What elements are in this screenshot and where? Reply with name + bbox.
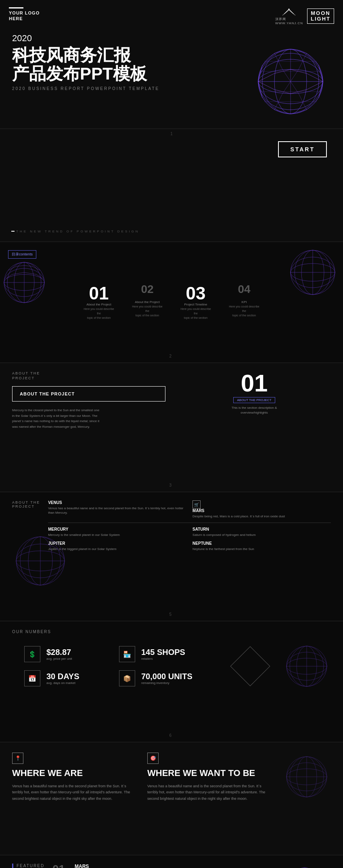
projects-list: 01 MARS Despite being red, Mars is a col…: [52, 864, 270, 868]
content-num-1: 01: [89, 284, 109, 302]
cover-subtitle: 2020 BUSINESS REPORT POWERPOINT TEMPLATE: [12, 86, 331, 91]
slide-where: 📍 WHERE WE ARE Venus has a beautiful nam…: [0, 743, 343, 855]
yanyi-brand-text: 演界网 WWW.YANJ.CN: [275, 17, 303, 25]
number-shops: 🏪 145 SHOPS retailers: [119, 646, 206, 662]
logo-area: YOUR LOGO HERE: [9, 7, 40, 22]
days-icon: 📅: [24, 670, 40, 686]
project-item-1: 01 MARS Despite being red, Mars is a col…: [52, 864, 270, 868]
cover-content: 2020 科技风商务汇报产品发布PPT模板 2020 BUSINESS REPO…: [0, 25, 343, 91]
content-label-3: Project TimelineHere you could describe …: [180, 302, 212, 320]
price-info: $28.87 avg. price per unit: [46, 648, 72, 661]
slide-cover: YOUR LOGO HERE 演界网 WWW.YANJ.CN MOON LIGH…: [0, 0, 343, 129]
shops-info: 145 SHOPS retailers: [141, 648, 185, 661]
mars-icon: 🛒: [192, 500, 201, 508]
planets-about-label: ABOUT THE PROJECT: [12, 500, 40, 508]
price-icon: 💲: [24, 646, 40, 662]
cover-year: 2020: [12, 33, 331, 44]
slide-num-3: 2: [169, 354, 172, 358]
where-desc1: Venus has a beautiful name and is the se…: [12, 783, 133, 802]
content-item-4: 04 KPIHere you could describe thetopic o…: [228, 287, 260, 318]
where-icon2: 🎯: [147, 753, 159, 764]
content-item-1: 01 About the ProjectHere you could descr…: [83, 284, 115, 320]
content-label-1: About the ProjectHere you could describe…: [83, 302, 115, 320]
diamond-shape: [230, 646, 270, 686]
about-tag-desc: This is the section description & overvi…: [222, 406, 287, 415]
where-body: 📍 WHERE WE ARE Venus has a beautiful nam…: [0, 743, 343, 812]
slide-num-5: 5: [169, 612, 172, 617]
contents-tag: 目录contents: [8, 250, 36, 259]
number-units: 📦 70,000 UNITS remaining inventory: [119, 670, 206, 686]
logo-bar: [9, 7, 23, 8]
where-sphere: [282, 753, 331, 801]
numbers-header: OUR NUMBERS: [0, 621, 343, 638]
planets-header: ABOUT THE PROJECT VENUS Venus has a beau…: [0, 492, 343, 556]
mercury-item: MERCURY Mercury is the smallest planet i…: [48, 527, 186, 537]
jupiter-item: JUPITER Jupiter is the biggest planet in…: [48, 541, 186, 551]
days-info: 30 DAYS avg. days on market: [46, 672, 79, 685]
contents-grid: 01 About the ProjectHere you could descr…: [0, 242, 343, 362]
content-item-3: 03 Project TimelineHere you could descri…: [180, 284, 212, 320]
about-title-word: PROJECT: [12, 376, 165, 380]
units-info: 70,000 UNITS remaining inventory: [141, 672, 192, 685]
logo-text: YOUR LOGO HERE: [9, 10, 40, 22]
about-tag: ABOUT THE PROJECT: [233, 397, 275, 403]
number-price: 💲 $28.87 avg. price per unit: [24, 646, 111, 662]
slide-featured: FEATUREDPROJECTS 01 MARS Despite being r…: [0, 855, 343, 868]
about-left: ABOUT THE PROJECT ABOUT THE PROJECT Merc…: [12, 371, 165, 429]
project-info-1: MARS Despite being red, Mars is a cold p…: [75, 864, 155, 868]
brand-right: 演界网 WWW.YANJ.CN MOON LIGHT: [275, 7, 334, 25]
about-text: Mercury is the closest planet to the Sun…: [12, 408, 165, 429]
diamond-decoration: [230, 646, 270, 686]
yanyi-icon: [281, 7, 297, 17]
content-item-2: 02 About the ProjectHere you could descr…: [131, 287, 163, 318]
svg-point-0: [289, 8, 290, 10]
where-left: 📍 WHERE WE ARE Venus has a beautiful nam…: [12, 753, 135, 802]
neptune-item: NEPTUNE Neptune is the farthest planet f…: [192, 541, 331, 551]
featured-sphere: [278, 864, 331, 868]
about-right: 01 ABOUT THE PROJECT This is the section…: [178, 371, 331, 429]
about-desc: Mercury is the closest planet to the Sun…: [12, 408, 101, 429]
planets-row1: VENUS Venus has a beautiful name and is …: [48, 500, 331, 519]
planets-row2: MERCURY Mercury is the smallest planet i…: [48, 527, 331, 537]
numbers-left: 💲 $28.87 avg. price per unit 🏪 145 SHOPS…: [12, 642, 218, 690]
trend-line: [11, 231, 15, 232]
slide-num-6: 6: [169, 733, 172, 738]
featured-right: 01 MARS Despite being red, Mars is a col…: [52, 864, 270, 868]
numbers-sphere: [282, 642, 331, 690]
planets-row3: JUPITER Jupiter is the biggest planet in…: [48, 541, 331, 551]
where-right: 🎯 WHERE WE WANT TO BE Venus has a beauti…: [147, 753, 270, 802]
where-title1: WHERE WE ARE: [12, 768, 135, 778]
cover-title: 科技风商务汇报产品发布PPT模板: [12, 46, 331, 83]
slide-nav: START THE NEW TREND OF POWERPOINT DESIGN…: [0, 129, 343, 242]
page-num-2: 1: [0, 129, 343, 138]
featured-body: FEATUREDPROJECTS 01 MARS Despite being r…: [0, 855, 343, 868]
slide-planets: ABOUT THE PROJECT VENUS Venus has a beau…: [0, 492, 343, 621]
where-desc2: Venus has a beautiful name and is the se…: [147, 783, 268, 802]
cover-header: YOUR LOGO HERE 演界网 WWW.YANJ.CN MOON LIGH…: [0, 0, 343, 25]
units-icon: 📦: [119, 670, 135, 686]
project-num-1: 01: [52, 864, 69, 868]
number-days: 📅 30 DAYS avg. days on market: [24, 670, 111, 686]
numbers-grid: 💲 $28.87 avg. price per unit 🏪 145 SHOPS…: [12, 642, 218, 690]
slide-numbers: OUR NUMBERS 💲 $28.87 avg. price per unit…: [0, 621, 343, 743]
mars-item: 🛒 MARS Despite being red, Mars is a cold…: [192, 500, 331, 519]
about-box: ABOUT THE PROJECT: [12, 386, 165, 402]
slide-num-4: 3: [169, 483, 172, 487]
slide-about: ABOUT THE PROJECT ABOUT THE PROJECT Merc…: [0, 363, 343, 492]
content-label-4: KPIHere you could describe thetopic of t…: [228, 300, 260, 318]
about-label: ABOUT THE: [12, 371, 165, 375]
trend-text: THE NEW TREND OF POWERPOINT DESIGN: [16, 230, 140, 233]
separator: [48, 523, 331, 523]
slide-contents: 目录contents 01 About the ProjectHere you …: [0, 242, 343, 363]
where-title2: WHERE WE WANT TO BE: [147, 768, 270, 778]
venus-item: VENUS Venus has a beautiful name and is …: [48, 500, 186, 519]
start-button[interactable]: START: [278, 141, 327, 157]
content-num-4: 04: [238, 283, 250, 296]
content-num-2: 02: [141, 283, 153, 296]
about-big-num: 01: [178, 371, 331, 395]
content-label-2: About the ProjectHere you could describe…: [131, 300, 163, 318]
numbers-body: 💲 $28.87 avg. price per unit 🏪 145 SHOPS…: [0, 638, 343, 694]
where-icon: 📍: [12, 753, 23, 764]
featured-label: FEATUREDPROJECTS: [12, 864, 44, 868]
yanyi-logo: 演界网 WWW.YANJ.CN: [275, 7, 303, 25]
